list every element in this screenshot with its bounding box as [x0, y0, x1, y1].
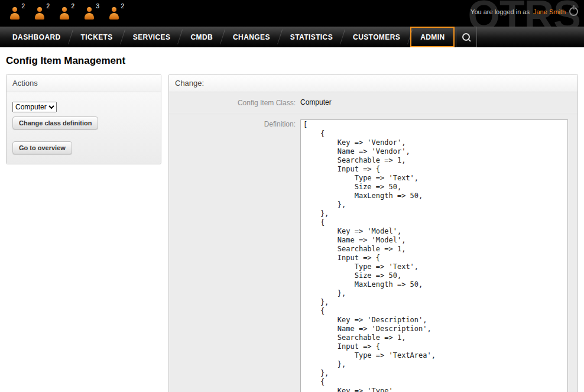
toolbar-avatar-item[interactable]: 2 [59, 5, 74, 21]
definition-field: [ { Key => 'Vendor', Name => 'Vendor', S… [300, 119, 573, 392]
page-title: Config Item Management [6, 47, 578, 74]
toolbar-avatars: 2 2 2 3 2 [9, 5, 124, 21]
actions-panel-body: Computer Change class definition Go to o… [7, 92, 161, 164]
content-area: Config Item Management Actions Computer … [0, 47, 584, 392]
change-panel-body: Config Item Class: Computer Definition: … [169, 92, 577, 392]
class-select[interactable]: Computer [12, 102, 57, 112]
person-icon [34, 7, 45, 20]
search-icon [462, 33, 471, 42]
nav-tickets[interactable]: TICKETS [71, 27, 123, 47]
definition-label: Definition: [174, 119, 296, 392]
nav-admin[interactable]: ADMIN [410, 27, 455, 47]
config-item-class-row: Config Item Class: Computer [169, 92, 577, 114]
avatar-count: 2 [71, 3, 74, 9]
top-bar: OTRS 2 2 2 3 2 You are logged in as Jane… [0, 0, 584, 27]
definition-row: Definition: [ { Key => 'Vendor', Name =>… [169, 114, 577, 392]
login-area: You are logged in as Jane Smith [471, 7, 578, 16]
config-item-class-label: Config Item Class: [174, 98, 296, 107]
nav-customers[interactable]: CUSTOMERS [343, 27, 410, 47]
person-icon [109, 7, 119, 20]
actions-panel: Actions Computer Change class definition… [6, 74, 161, 164]
actions-panel-header: Actions [7, 74, 161, 92]
person-icon [9, 7, 20, 20]
person-icon [84, 7, 95, 20]
avatar-count: 2 [46, 3, 50, 9]
nav-statistics[interactable]: STATISTICS [280, 27, 343, 47]
nav-changes[interactable]: CHANGES [223, 27, 280, 47]
avatar-count: 2 [121, 3, 124, 9]
nav-dashboard[interactable]: DASHBOARD [2, 27, 71, 47]
avatar-count: 2 [21, 3, 25, 9]
main-columns: Actions Computer Change class definition… [6, 74, 578, 392]
definition-textarea[interactable]: [ { Key => 'Vendor', Name => 'Vendor', S… [300, 119, 568, 392]
toolbar-avatar-item[interactable]: 3 [84, 5, 99, 21]
toolbar-avatar-item[interactable]: 2 [9, 5, 25, 21]
change-panel-header: Change: [169, 74, 577, 92]
go-to-overview-button[interactable]: Go to overview [12, 141, 72, 154]
logged-in-text: You are logged in as [471, 8, 530, 15]
person-icon [59, 7, 70, 20]
nav-search-button[interactable] [456, 27, 477, 47]
toolbar-avatar-item[interactable]: 2 [34, 5, 50, 21]
avatar-count: 3 [96, 3, 99, 9]
change-panel: Change: Config Item Class: Computer Defi… [168, 74, 578, 392]
user-link[interactable]: Jane Smith [533, 8, 566, 15]
config-item-class-value: Computer [300, 98, 573, 107]
nav-cmdb[interactable]: CMDB [180, 27, 223, 47]
power-icon[interactable] [569, 7, 578, 16]
nav-services[interactable]: SERVICES [123, 27, 181, 47]
change-class-definition-button[interactable]: Change class definition [12, 116, 98, 129]
toolbar-avatar-item[interactable]: 2 [109, 5, 124, 21]
main-nav: DASHBOARD TICKETS SERVICES CMDB CHANGES … [0, 27, 584, 47]
